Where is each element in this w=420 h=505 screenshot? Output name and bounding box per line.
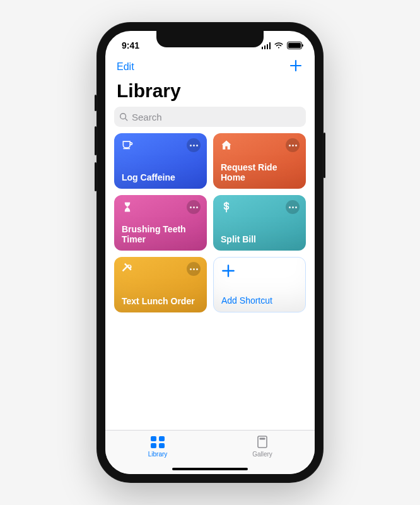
more-button[interactable] (187, 262, 201, 276)
more-button[interactable] (187, 138, 201, 152)
svg-line-1 (125, 119, 127, 121)
battery-icon (287, 42, 302, 49)
shortcut-tile[interactable]: Split Bill (213, 195, 306, 251)
shortcut-title: Split Bill (221, 234, 298, 244)
tab-gallery[interactable]: Gallery (231, 434, 294, 458)
plus-icon (288, 58, 303, 73)
cellular-signal-icon (262, 42, 271, 49)
svg-rect-8 (260, 438, 265, 440)
page-title: Library (105, 79, 315, 107)
tab-library[interactable]: Library (126, 434, 189, 458)
add-shortcut-tile[interactable]: Add Shortcut (213, 257, 306, 312)
search-input[interactable]: Search (114, 107, 306, 127)
utensils-icon (120, 262, 134, 276)
shortcut-title: Request Ride Home (221, 162, 298, 182)
shortcut-tile[interactable]: Brushing Teeth Timer (114, 195, 207, 251)
shortcut-tile[interactable]: Log Caffeine (114, 133, 207, 189)
status-indicators (262, 42, 303, 49)
add-button[interactable] (288, 58, 303, 76)
phone-side-button (95, 162, 96, 191)
search-icon (119, 112, 128, 121)
plus-icon (220, 263, 236, 279)
edit-button[interactable]: Edit (117, 61, 134, 73)
svg-rect-6 (159, 443, 165, 448)
phone-side-button (324, 133, 325, 178)
search-placeholder: Search (132, 112, 162, 122)
home-icon (219, 138, 233, 152)
screen: 9:41 Edit Library (105, 31, 315, 474)
notch (156, 31, 264, 47)
shortcut-tile[interactable]: Request Ride Home (213, 133, 306, 189)
shortcut-grid: Log Caffeine Request Ride Home Brushing … (105, 133, 315, 430)
hourglass-icon (120, 200, 134, 214)
shortcut-tile[interactable]: Text Lunch Order (114, 257, 207, 312)
phone-side-button (95, 95, 96, 111)
nav-bar: Edit (105, 55, 315, 79)
svg-rect-4 (159, 436, 165, 441)
shortcut-title: Brushing Teeth Timer (122, 224, 199, 244)
svg-rect-3 (151, 436, 156, 441)
shortcut-title: Log Caffeine (122, 172, 199, 182)
status-time: 9:41 (122, 40, 139, 50)
cup-icon (120, 138, 134, 152)
svg-rect-5 (151, 443, 156, 448)
more-button[interactable] (286, 200, 300, 214)
gallery-icon (254, 434, 271, 449)
tab-label: Gallery (252, 451, 272, 458)
home-indicator[interactable] (172, 468, 248, 470)
add-shortcut-label: Add Shortcut (221, 295, 298, 306)
svg-rect-2 (123, 148, 130, 150)
wifi-icon (274, 42, 284, 49)
shortcut-title: Text Lunch Order (122, 296, 199, 306)
more-button[interactable] (187, 200, 201, 214)
dollar-icon (219, 200, 233, 214)
phone-side-button (95, 126, 96, 155)
more-button[interactable] (286, 138, 300, 152)
tab-label: Library (148, 451, 168, 458)
phone-frame: 9:41 Edit Library (96, 22, 324, 483)
library-grid-icon (149, 434, 166, 449)
